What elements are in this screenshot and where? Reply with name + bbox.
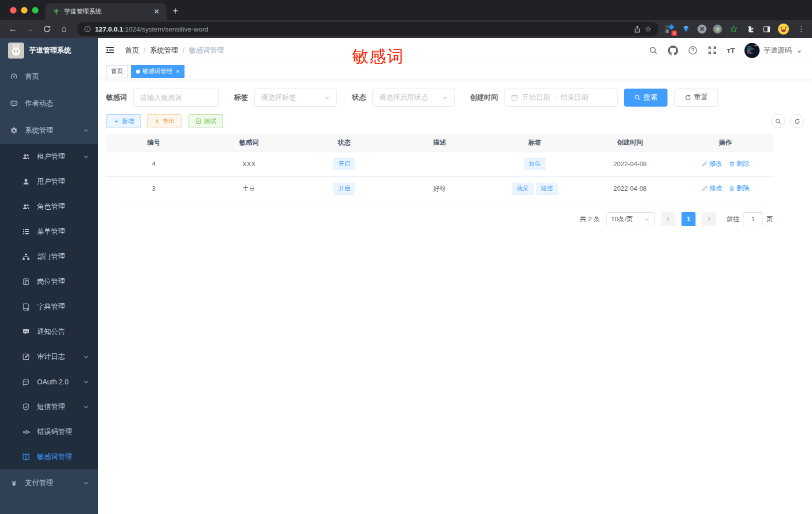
pen-icon [702, 161, 708, 167]
header-search-icon[interactable] [648, 46, 658, 56]
rabbit-logo-icon [8, 43, 24, 59]
extensions-row: 9 ⌘ ⋮ [664, 24, 806, 35]
share-icon[interactable] [634, 26, 641, 33]
extension-grid-icon[interactable]: 9 [664, 24, 674, 34]
sidebar-item-label: 租户管理 [37, 152, 83, 161]
sidebar-collapse-icon[interactable] [105, 45, 116, 56]
table-toolbar: ＋ 新增 导出 测试 [106, 114, 804, 128]
tag-select[interactable]: 请选择标签 [254, 89, 336, 107]
search-button[interactable]: 搜索 [624, 89, 668, 107]
sidebar-item-oauth[interactable]: OAuth 2.0 [0, 369, 98, 394]
tag-view-0[interactable]: 首页 [106, 65, 128, 78]
close-icon[interactable]: × [176, 68, 180, 75]
delete-link[interactable]: 删除 [728, 184, 750, 193]
extensions-puzzle-icon[interactable] [745, 24, 755, 34]
pagination: 共 2 条 10条/页 1 前往 页 [106, 212, 773, 226]
sidebar-item-sensitive-word[interactable]: 敏感词管理 [0, 444, 98, 469]
tag-chip: 短信 [524, 158, 546, 170]
reset-button[interactable]: 重置 [674, 89, 718, 107]
extension-record-icon[interactable] [713, 25, 722, 34]
fullscreen-icon[interactable] [707, 46, 717, 56]
goto-page-input[interactable] [743, 212, 763, 226]
delete-link[interactable]: 删除 [728, 159, 750, 168]
forward-button[interactable]: → [23, 22, 37, 36]
column-header: 创建时间 [582, 134, 678, 152]
breadcrumb-home[interactable]: 首页 [125, 46, 139, 55]
minimize-window-button[interactable] [21, 7, 28, 14]
pay-icon: ¥ [10, 479, 18, 487]
edit-link[interactable]: 修改 [702, 184, 722, 193]
sidebar-item-user[interactable]: 用户管理 [0, 169, 98, 194]
chevron-down-icon [83, 354, 89, 360]
export-button[interactable]: 导出 [147, 114, 182, 128]
cell-actions: 修改删除 [678, 152, 773, 176]
sidebar-item-sms[interactable]: 短信管理 [0, 394, 98, 419]
tag-view-label: 首页 [111, 67, 123, 76]
side-panel-icon[interactable] [762, 24, 772, 34]
tab-close-icon[interactable]: ✕ [152, 8, 162, 16]
font-size-icon[interactable]: тT [726, 46, 735, 55]
test-button[interactable]: 测试 [188, 114, 223, 128]
sidebar-item-post[interactable]: 岗位管理 [0, 269, 98, 294]
add-button[interactable]: ＋ 新增 [106, 114, 141, 128]
back-button[interactable]: ← [6, 22, 20, 36]
sidebar-item-label: 部门管理 [37, 252, 98, 261]
document-check-icon [196, 118, 202, 124]
sidebar-item-dashboard[interactable]: 首页 [0, 63, 98, 90]
sidebar-item-tenant[interactable]: 租户管理 [0, 144, 98, 169]
goto-label: 前往 [726, 215, 740, 224]
refresh-icon[interactable] [790, 114, 804, 128]
tag-label: 标签 [234, 93, 248, 102]
sidebar-item-dict[interactable]: 字典管理 [0, 294, 98, 319]
close-window-button[interactable] [10, 7, 16, 14]
zoom-window-button[interactable] [32, 7, 38, 14]
extension-command-icon[interactable]: ⌘ [698, 25, 706, 34]
home-button[interactable]: ⌂ [57, 22, 71, 36]
sidebar-item-audit[interactable]: 审计日志 [0, 344, 98, 369]
date-range-picker[interactable]: 开始日期 - 结束日期 [504, 89, 618, 107]
sidebar-item-role[interactable]: 角色管理 [0, 194, 98, 219]
bookmark-star-icon[interactable]: ☆ [645, 25, 652, 34]
keyword-input[interactable] [140, 94, 212, 102]
sidebar-item-notice[interactable]: 通知公告 [0, 319, 98, 344]
tag-view-active[interactable]: 敏感词管理× [131, 65, 184, 78]
address-bar[interactable]: 127.0.0.1:1024/system/sensitive-word ☆ [77, 22, 658, 36]
sidebar-item-menu[interactable]: 菜单管理 [0, 219, 98, 244]
sidebar-item-gear[interactable]: 系统管理 [0, 117, 98, 144]
new-tab-button[interactable]: + [172, 6, 178, 17]
user-menu[interactable]: 芋道源码 [744, 43, 802, 58]
browser-tab[interactable]: 芋道管理系统 ✕ [46, 3, 166, 20]
app-logo[interactable]: 芋道管理系统 [0, 38, 98, 63]
cell-id: 4 [106, 152, 202, 176]
chevron-down-icon [644, 216, 650, 222]
next-page-button[interactable] [702, 212, 716, 226]
extension-badge: 9 [672, 31, 677, 36]
extension-gem-icon[interactable] [681, 24, 691, 34]
column-header: 描述 [392, 134, 488, 152]
toggle-search-icon[interactable] [771, 114, 785, 128]
page-number-button[interactable]: 1 [682, 212, 696, 226]
sensitive-word-icon [22, 453, 30, 461]
github-icon[interactable] [668, 46, 678, 56]
page-size-select[interactable]: 10条/页 [606, 212, 654, 226]
reload-button[interactable] [40, 22, 54, 36]
chevron-down-icon [83, 154, 89, 160]
sidebar-item-label: 通知公告 [37, 327, 98, 336]
site-info-icon[interactable] [84, 26, 91, 33]
browser-profile-avatar[interactable] [778, 24, 789, 35]
sidebar-item-dept[interactable]: 部门管理 [0, 244, 98, 269]
status-select[interactable]: 请选择启用状态 [372, 89, 454, 107]
sidebar-item-author[interactable]: 作者动态 [0, 90, 98, 117]
breadcrumb-system[interactable]: 系统管理 [150, 46, 178, 55]
tag-view-label: 敏感词管理 [142, 67, 172, 76]
browser-menu-icon[interactable]: ⋮ [796, 25, 805, 34]
tab-title: 芋道管理系统 [64, 8, 148, 16]
prev-page-button[interactable] [661, 212, 675, 226]
chevron-down-icon [83, 480, 89, 486]
sidebar-item-pay[interactable]: ¥支付管理 [0, 469, 98, 496]
edit-link[interactable]: 修改 [702, 159, 722, 168]
help-icon[interactable] [688, 46, 698, 56]
sidebar-item-errorcode[interactable]: </>错误码管理 [0, 419, 98, 444]
sidebar-item-label: 敏感词管理 [37, 452, 98, 461]
extension-star-icon[interactable] [728, 24, 738, 34]
